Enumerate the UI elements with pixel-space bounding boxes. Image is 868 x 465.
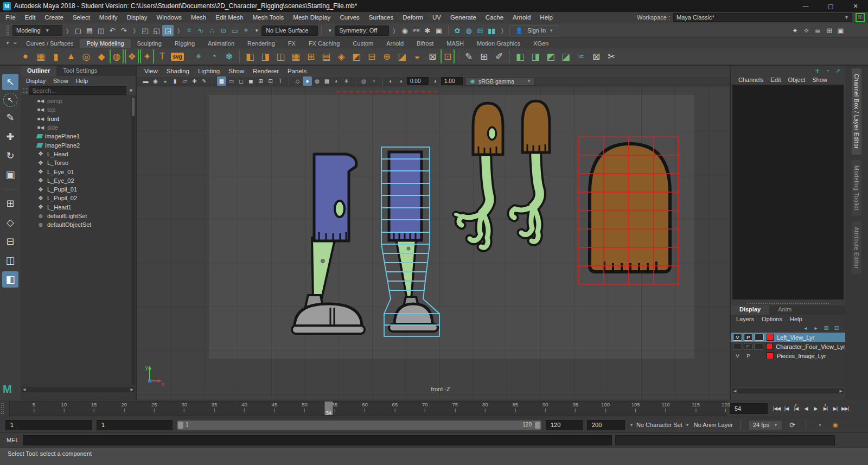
menu-display[interactable]: Display [127,14,148,21]
outliner-item-front[interactable]: ■◀front [21,114,131,123]
snap-to-grid-icon[interactable]: ⌗ [183,25,195,36]
shelf-tab-custom[interactable]: Custom [346,39,380,48]
shelf-tab-sculpting[interactable]: Sculpting [131,39,168,48]
render-current-frame-icon[interactable]: ◉ [399,25,411,36]
layer-editor-menu-layers[interactable]: Layers [736,316,754,322]
polygon-disc-icon[interactable]: ◍ [110,49,124,63]
xray-icon[interactable]: ◔ [369,77,378,86]
outliner-menu-display[interactable]: Display [26,78,46,84]
outliner-vertical-scrollbar[interactable] [131,97,135,385]
menu-curves[interactable]: Curves [340,14,359,21]
range-end-handle[interactable] [535,422,540,429]
lock-camera-icon[interactable]: ◉ [151,77,160,86]
extrude-icon[interactable]: ▤ [319,49,333,63]
relax-sculpt-icon[interactable]: ◩ [544,49,558,63]
combine-icon[interactable]: ◧ [243,49,257,63]
animation-start-field[interactable]: 1 [5,420,92,430]
layer-color-swatch[interactable] [767,352,774,359]
anim-layer-dropdown[interactable]: No Anim Layer [694,422,733,428]
outliner-item-l_head1[interactable]: ❖L_Head1 [21,203,131,212]
select-by-hierarchy-icon[interactable]: ◰ [139,25,151,36]
menu-deform[interactable]: Deform [403,14,423,21]
layer-name[interactable]: Pieces_Image_Lyr [777,353,826,359]
channel-box-area[interactable] [732,85,844,300]
two-pane-stack-layout-icon[interactable]: ⊟ [2,233,18,250]
outliner-item-l_eye_02[interactable]: ❖L_Eye_02 [21,176,131,185]
menu-cache[interactable]: Cache [486,14,503,21]
snap-to-curve-icon[interactable]: ∿ [195,25,206,36]
menu-edit-mesh[interactable]: Edit Mesh [215,14,243,21]
layer-color-swatch[interactable] [767,334,774,341]
film-gate-icon[interactable]: ▭ [227,77,236,86]
step-back-frame-button[interactable]: |◀ [782,404,791,413]
chevron-down-icon[interactable]: ▼ [252,25,261,36]
camera-attributes-icon[interactable]: ◒ [161,77,170,86]
channel-box-menu-object[interactable]: Object [788,77,805,83]
node-editor-icon[interactable]: ⊟ [475,25,486,36]
viewport-canvas[interactable]: y x front -Z [137,87,730,399]
play-backwards-button[interactable]: ◀ [801,404,810,413]
scroll-left-icon[interactable]: ◀ [733,389,736,393]
create-empty-layer-icon[interactable]: ⊞ [822,324,831,332]
viewport-menu-renderer[interactable]: Renderer [253,68,279,74]
chevron-down-icon[interactable]: ▼ [129,88,133,93]
time-slider-grip[interactable] [1,403,4,414]
channel-box-toggle-icon[interactable]: ≣ [812,25,824,36]
move-layer-down-icon[interactable]: ▸ [812,324,820,332]
search-input[interactable] [29,86,126,95]
exposure-field[interactable]: 0.00 [407,77,429,85]
chevron-down-icon[interactable]: ▼ [325,25,335,36]
symmetry-field[interactable]: Symmetry: Off [335,26,389,36]
snap-to-origin-icon[interactable]: ❄ [222,49,236,63]
layer-playback-toggle[interactable]: P [744,334,753,341]
move-layer-up-icon[interactable]: ◂ [801,324,810,332]
open-scene-icon[interactable]: ▤ [84,25,95,36]
select-by-object-icon[interactable]: ◱ [151,25,162,36]
range-slider-bar[interactable]: 1 120 [177,421,541,430]
outliner-tab-outliner[interactable]: Outliner [21,66,56,76]
polygon-torus-icon[interactable]: ◎ [79,49,93,63]
menu-mesh-tools[interactable]: Mesh Tools [252,14,284,21]
menu-create[interactable]: Create [44,14,63,21]
lasso-tool-icon[interactable]: ↖ [3,93,17,107]
shelf-tab-curves-surfaces[interactable]: Curves / Surfaces [20,39,80,48]
layer-display-type-toggle[interactable] [755,334,764,341]
channel-box-menu-show[interactable]: Show [812,77,827,83]
make-live-icon[interactable]: ⌖ [192,49,206,63]
menu-generate[interactable]: Generate [450,14,476,21]
scissors-tool-icon[interactable]: ✂ [604,49,618,63]
svg-tool-icon[interactable]: svg [170,49,184,63]
polygon-platonic-solid-icon[interactable]: ❖ [125,49,139,63]
scale-tool-icon[interactable]: ▣ [2,167,18,183]
gamma-toggle-icon[interactable]: ◑ [396,77,405,86]
redo-icon[interactable]: ↷ [118,25,129,36]
shelf-tab-arnold[interactable]: Arnold [380,39,410,48]
layer-editor-menu-options[interactable]: Options [762,316,782,322]
modeling-toolkit-toggle-icon[interactable]: ▣ [835,25,846,36]
outliner-horizontal-scrollbar[interactable]: ◀ ▶ [22,387,135,392]
go-to-end-button[interactable]: ▶▶| [840,404,850,413]
safe-action-icon[interactable]: ⊡ [266,77,275,86]
outliner-item-side[interactable]: ■◀side [21,123,131,132]
exposure-toggle-icon[interactable]: ◐ [386,77,395,86]
snap-to-point-icon[interactable]: ∴ [206,25,218,36]
arm-object-2[interactable] [512,101,550,241]
bridge-icon[interactable]: ⊟ [365,49,379,63]
isolate-select-icon[interactable]: ◎ [359,77,368,86]
play-forwards-button[interactable]: ▶ [811,404,820,413]
smooth-sculpt-icon[interactable]: ◨ [528,49,542,63]
leg-side-view-object[interactable] [292,154,365,334]
outliner-item-l_pupil_02[interactable]: ❖L_Pupil_02 [21,194,131,202]
layer-editor-tab-anim[interactable]: Anim [769,305,800,315]
layer-editor-menu-help[interactable]: Help [790,316,802,322]
graph-trend-icon[interactable]: ↗ [834,67,842,74]
quad-draw-icon[interactable]: ⊡ [441,49,455,63]
outliner-item-defaultobjectset[interactable]: ◍defaultObjectSet [21,220,131,229]
layer-visibility-toggle[interactable]: V [733,352,742,359]
circularize-icon[interactable]: ⊕ [380,49,394,63]
menu-mesh[interactable]: Mesh [191,14,206,21]
polygon-cone-icon[interactable]: ▲ [64,49,78,63]
smooth-icon[interactable]: ◒ [410,49,424,63]
layer-row[interactable]: VPPieces_Image_Lyr [731,351,845,360]
layer-name[interactable]: Left_View_Lyr [777,334,814,341]
